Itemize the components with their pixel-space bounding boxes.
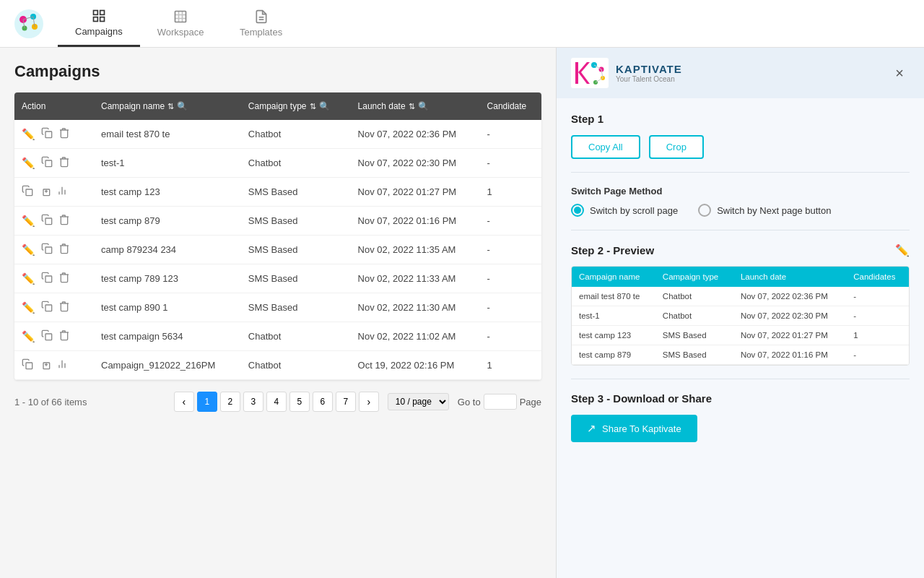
copy-icon[interactable] — [41, 272, 53, 285]
copy-icon[interactable] — [41, 301, 53, 314]
copy-all-btn[interactable]: Copy All — [571, 135, 640, 159]
kaptivate-logo: KAPTIVATE Your Talent Ocean — [571, 58, 682, 88]
share-label: Share To Kaptivate — [602, 423, 681, 434]
radio-next-page[interactable]: Switch by Next page button — [698, 204, 831, 217]
search-icon-type[interactable]: 🔍 — [319, 101, 330, 111]
row-campaign-type: SMS Based — [241, 207, 351, 236]
edit-icon[interactable]: ✏️ — [22, 301, 35, 314]
copy-icon[interactable] — [41, 214, 53, 228]
pagination-bar: 1 - 10 of 66 items ‹ 1 2 3 4 5 6 7 › 10 … — [14, 383, 541, 420]
row-actions: ✏️ — [14, 120, 94, 149]
app-logo-icon — [13, 8, 45, 40]
preview-row: email test 870 teChatbotNov 07, 2022 02:… — [572, 287, 909, 306]
row-campaign-type: Chatbot — [241, 351, 351, 380]
svg-rect-9 — [100, 10, 105, 14]
row-actions: ✏️ — [14, 293, 94, 322]
row-campaign-name: email test 870 te — [94, 120, 241, 149]
add-icon[interactable] — [39, 358, 51, 372]
chart-icon[interactable] — [56, 358, 68, 372]
col-action: Action — [14, 92, 94, 120]
delete-icon[interactable] — [58, 127, 70, 141]
page-btn-5[interactable]: 5 — [289, 392, 310, 412]
edit-pencil-icon[interactable]: ✏️ — [895, 243, 910, 257]
page-title: Campaigns — [14, 62, 541, 81]
page-btn-3[interactable]: 3 — [243, 392, 263, 412]
row-candidates: - — [480, 236, 541, 264]
row-campaign-name: camp 879234 234 — [94, 236, 241, 264]
search-icon-name[interactable]: 🔍 — [177, 101, 188, 111]
table-row: ✏️camp 879234 234SMS BasedNov 02, 2022 1… — [14, 236, 541, 264]
page-btn-2[interactable]: 2 — [220, 392, 240, 412]
copy-icon[interactable] — [41, 243, 53, 256]
delete-icon[interactable] — [58, 329, 70, 343]
row-candidates: - — [480, 120, 541, 149]
chart-icon[interactable] — [56, 185, 68, 199]
preview-table: Campaign name Campaign type Launch date … — [572, 267, 909, 365]
edit-icon[interactable]: ✏️ — [22, 157, 35, 170]
delete-icon[interactable] — [58, 301, 70, 314]
next-page-btn[interactable]: › — [359, 392, 379, 412]
copy-icon[interactable] — [41, 156, 53, 170]
step2-section: Step 2 - Preview ✏️ Campaign name Campai… — [571, 243, 910, 366]
page-btn-7[interactable]: 7 — [336, 392, 356, 412]
tab-workspace[interactable]: Workspace — [140, 0, 222, 47]
search-icon-date[interactable]: 🔍 — [418, 101, 429, 111]
page-btn-4[interactable]: 4 — [266, 392, 287, 412]
delete-icon[interactable] — [58, 214, 70, 228]
panel-body: Step 1 Copy All Crop Switch Page Method … — [557, 98, 924, 457]
share-to-kaptivate-btn[interactable]: ↗ Share To Kaptivate — [571, 415, 697, 442]
edit-icon[interactable]: ✏️ — [22, 215, 35, 228]
svg-rect-10 — [93, 17, 97, 21]
row-campaign-name: test campaign 5634 — [94, 322, 241, 351]
top-nav: Campaigns Workspace Templates — [0, 0, 924, 48]
campaigns-table: Action Campaign name ⇅ 🔍 Campaign type — [14, 92, 541, 380]
radio-scroll[interactable]: Switch by scroll page — [571, 204, 678, 217]
delete-icon[interactable] — [58, 272, 70, 285]
edit-icon[interactable]: ✏️ — [22, 330, 35, 343]
sort-icon-date[interactable]: ⇅ — [409, 102, 415, 111]
kaptivate-logo-icon — [571, 58, 609, 88]
preview-cell-date: Nov 07, 2022 01:16 PM — [733, 345, 846, 365]
copy-icon[interactable] — [22, 185, 33, 199]
svg-rect-15 — [45, 131, 52, 138]
per-page-select[interactable]: 10 / page 20 / page 50 / page — [388, 393, 449, 410]
tab-campaigns-label: Campaigns — [75, 26, 123, 37]
tab-templates[interactable]: Templates — [222, 0, 301, 47]
goto-input[interactable] — [484, 394, 517, 410]
sort-icon-type[interactable]: ⇅ — [310, 102, 316, 111]
page-label: Page — [520, 397, 541, 407]
brand-name: KAPTIVATE — [616, 63, 682, 75]
delete-icon[interactable] — [58, 156, 70, 170]
delete-icon[interactable] — [58, 243, 70, 256]
preview-cell-date: Nov 07, 2022 02:36 PM — [733, 287, 846, 306]
page-btn-6[interactable]: 6 — [313, 392, 333, 412]
add-icon[interactable] — [39, 185, 51, 199]
close-panel-btn[interactable]: × — [889, 63, 910, 83]
row-actions: ✏️ — [14, 236, 94, 264]
svg-rect-26 — [45, 276, 52, 282]
table-row: Campaign_912022_216PMChatbotOct 19, 2022… — [14, 351, 541, 380]
copy-icon[interactable] — [22, 358, 33, 372]
tab-campaigns[interactable]: Campaigns — [58, 0, 140, 47]
prev-page-btn[interactable]: ‹ — [174, 392, 194, 412]
preview-col-date: Launch date — [733, 267, 846, 287]
right-panel: KAPTIVATE Your Talent Ocean × Step 1 Cop… — [556, 48, 924, 578]
sort-icon-name[interactable]: ⇅ — [167, 102, 174, 111]
row-launch-date: Oct 19, 2022 02:16 PM — [351, 351, 480, 380]
row-actions: ✏️ — [14, 264, 94, 293]
edit-icon[interactable]: ✏️ — [22, 272, 35, 285]
edit-icon[interactable]: ✏️ — [22, 243, 35, 256]
preview-cell-date: Nov 07, 2022 01:27 PM — [733, 326, 846, 345]
row-launch-date: Nov 02, 2022 11:02 AM — [351, 322, 480, 351]
copy-icon[interactable] — [41, 127, 53, 141]
page-btn-1[interactable]: 1 — [197, 392, 217, 412]
svg-rect-12 — [175, 12, 186, 22]
crop-btn[interactable]: Crop — [649, 135, 704, 159]
row-candidates: - — [480, 207, 541, 236]
row-campaign-type: Chatbot — [241, 149, 351, 178]
preview-col-name: Campaign name — [572, 267, 655, 287]
row-actions: ✏️ — [14, 207, 94, 236]
copy-icon[interactable] — [41, 329, 53, 343]
edit-icon[interactable]: ✏️ — [22, 128, 35, 141]
row-campaign-type: Chatbot — [241, 322, 351, 351]
